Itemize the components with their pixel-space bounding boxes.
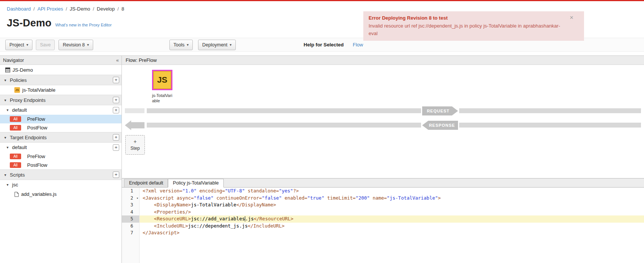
code-line: <IncludeURL>jsc://dependent_js.js</Inclu…	[140, 223, 644, 230]
navigator-header: Navigator «	[0, 56, 121, 65]
nav-section-label: Scripts	[10, 172, 25, 178]
chevron-down-icon: ▾	[3, 78, 8, 82]
page-header: JS-Demo What's new in the Proxy Editor	[7, 17, 112, 29]
nav-item-target-endpoint-default[interactable]: ▾ default +	[0, 143, 121, 152]
nav-item-label: PreFlow	[27, 154, 45, 159]
help-for-selected-label: Help for Selected	[304, 42, 344, 48]
page-title: JS-Demo	[7, 17, 51, 29]
response-arrowhead-icon	[125, 120, 144, 130]
revision-menu-button[interactable]: Revision 8▾	[58, 40, 93, 50]
caret-down-icon: ▾	[26, 43, 28, 47]
proxy-icon	[5, 68, 10, 72]
close-icon[interactable]: ×	[570, 14, 573, 21]
nav-section-label: Target Endpoints	[10, 135, 47, 140]
tab-policy-js-totalvariable[interactable]: Policy js-TotalVariable	[168, 179, 223, 188]
breadcrumb-separator: /	[34, 6, 35, 12]
line-number: 6	[122, 223, 139, 230]
flow-help-link[interactable]: Flow	[353, 42, 363, 48]
editor-code: <?xml version="1.0" encoding="UTF-8" sta…	[140, 188, 644, 263]
caret-down-icon: ▾	[187, 43, 189, 47]
editor-gutter: 12▾34567	[122, 188, 140, 263]
nav-item-proxy-endpoint-default[interactable]: ▾ default +	[0, 105, 121, 115]
code-line: </Javascript>	[140, 229, 644, 237]
nav-item-scripts-jsc[interactable]: ▾ jsc	[0, 180, 121, 189]
add-flow-button[interactable]: +	[113, 144, 119, 151]
all-conditions-badge: All	[10, 116, 21, 122]
main-panel: Flow: PreFlow JS js-TotalVariable REQUES…	[122, 55, 644, 263]
nav-item-label: add_variables.js	[21, 191, 57, 197]
code-line: <ResourceURL>jsc://add_variables.js</Res…	[140, 215, 644, 223]
flow-header-label: Flow: PreFlow	[126, 57, 157, 63]
fold-toggle-icon[interactable]: ▾	[137, 195, 138, 202]
nav-item-label: JS-Demo	[12, 67, 33, 73]
breadcrumb-develop: Develop	[97, 6, 115, 12]
line-number: 7	[122, 229, 139, 237]
nav-item-proxy-preflow[interactable]: All PreFlow	[0, 115, 121, 123]
proxy-editor-app: Dashboard / API Proxies / JS-Demo / Deve…	[0, 0, 644, 263]
whats-new-link[interactable]: What's new in the Proxy Editor	[55, 23, 111, 27]
nav-item-proxy-root[interactable]: JS-Demo	[0, 65, 121, 75]
policy-node-js-totalvariable[interactable]: JS	[152, 70, 172, 90]
add-target-endpoint-button[interactable]: +	[113, 134, 119, 141]
chevron-down-icon: ▾	[3, 98, 8, 102]
all-conditions-badge: All	[10, 154, 21, 159]
caret-down-icon: ▾	[87, 43, 89, 47]
nav-item-target-preflow[interactable]: All PreFlow	[0, 152, 121, 161]
chevron-down-icon: ▾	[3, 173, 8, 177]
nav-item-label: PostFlow	[27, 125, 47, 131]
js-policy-icon: JS	[14, 87, 20, 93]
navigator-panel: Navigator « JS-Demo ▾ Policies + JS js-T…	[0, 55, 122, 263]
line-number: 3	[122, 201, 139, 209]
js-node-icon: JS	[157, 75, 168, 85]
nav-item-target-postflow[interactable]: All PostFlow	[0, 161, 121, 169]
nav-section-policies[interactable]: ▾ Policies +	[0, 75, 121, 85]
add-policy-button[interactable]: +	[113, 77, 119, 83]
add-script-button[interactable]: +	[113, 172, 119, 178]
breadcrumb-separator: /	[117, 6, 119, 12]
all-conditions-badge: All	[10, 162, 21, 168]
flow-canvas: JS js-TotalVariable REQUEST RESPONSE + S…	[122, 65, 644, 178]
line-number: 5	[122, 215, 139, 223]
add-proxy-endpoint-button[interactable]: +	[113, 97, 119, 103]
save-button[interactable]: Save	[36, 40, 55, 50]
project-menu-label: Project	[9, 42, 24, 48]
breadcrumb-dashboard[interactable]: Dashboard	[7, 6, 31, 12]
line-number: 2▾	[122, 195, 139, 202]
nav-section-target-endpoints[interactable]: ▾ Target Endpoints +	[0, 132, 121, 143]
project-menu-button[interactable]: Project▾	[5, 40, 32, 50]
chevron-down-icon: ▾	[5, 108, 10, 112]
file-icon	[14, 192, 19, 197]
code-line: <Properties/>	[140, 209, 644, 216]
add-step-button[interactable]: + Step	[125, 135, 145, 155]
deployment-menu-button[interactable]: Deployment▾	[198, 40, 236, 50]
code-editor[interactable]: 12▾34567 <?xml version="1.0" encoding="U…	[122, 188, 644, 263]
line-number: 1	[122, 188, 139, 195]
error-banner: Error Deploying Revision 8 to test Inval…	[363, 11, 584, 41]
request-flow-bar	[147, 108, 421, 113]
nav-item-policy-js-totalvariable[interactable]: JS js-TotalVariable	[0, 85, 121, 95]
request-flow-bar-tail	[459, 108, 641, 113]
tools-menu-label: Tools	[174, 42, 184, 48]
nav-item-script-add-variables[interactable]: add_variables.js	[0, 189, 121, 199]
breadcrumb-api-proxies[interactable]: API Proxies	[37, 6, 63, 12]
tab-endpoint-default[interactable]: Endpoint default	[124, 179, 168, 187]
response-flow-bar-tail	[459, 123, 641, 128]
add-flow-button[interactable]: +	[113, 107, 119, 113]
nav-item-label: default	[12, 145, 27, 150]
breadcrumb-js-demo: JS-Demo	[70, 6, 90, 12]
flow-header: Flow: PreFlow	[122, 56, 644, 65]
code-editor-panel: Endpoint default Policy js-TotalVariable…	[122, 178, 644, 263]
policy-node-label: js-TotalVariable	[152, 93, 174, 104]
navigator-title: Navigator	[3, 57, 24, 63]
tools-menu-button[interactable]: Tools▾	[169, 40, 193, 50]
error-banner-title: Error Deploying Revision 8 to test	[369, 15, 567, 21]
nav-section-scripts[interactable]: ▾ Scripts +	[0, 169, 121, 180]
chevron-down-icon: ▾	[3, 135, 8, 140]
chevron-down-icon: ▾	[5, 145, 10, 149]
nav-item-label: jsc	[12, 182, 18, 188]
nav-section-proxy-endpoints[interactable]: ▾ Proxy Endpoints +	[0, 95, 121, 105]
collapse-navigator-button[interactable]: «	[116, 57, 118, 63]
chevron-down-icon: ▾	[5, 183, 10, 187]
error-banner-message: Invalid resource url ref jsc://dependent…	[369, 22, 567, 37]
nav-item-proxy-postflow[interactable]: All PostFlow	[0, 123, 121, 132]
